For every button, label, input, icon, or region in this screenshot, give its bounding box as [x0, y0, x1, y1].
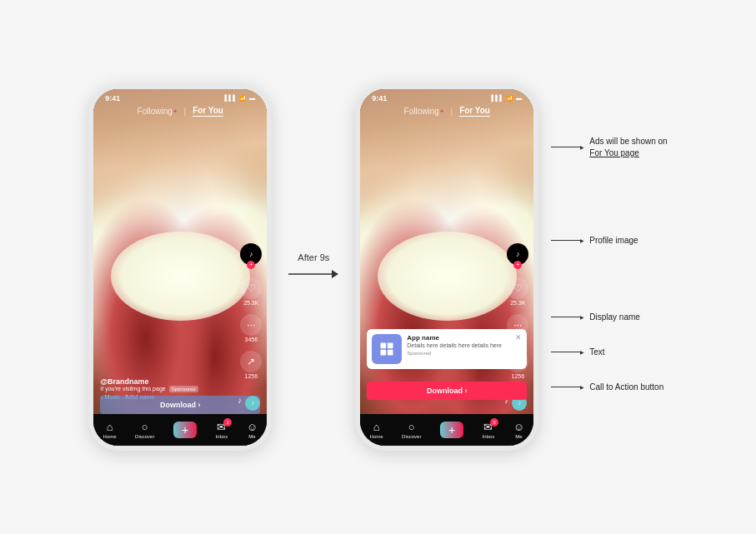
me-icon-1: ☺	[247, 421, 258, 433]
arrow-svg	[288, 266, 338, 282]
tab-foryou-1[interactable]: For You	[193, 106, 223, 117]
frosting-2	[378, 232, 516, 321]
brand-name-1: @Brandname	[100, 377, 233, 386]
download-bar-1[interactable]: Download ›	[100, 396, 260, 414]
phone-1: 9:41 ▌▌▌ 📶 ▬ Following+ | For You	[88, 84, 272, 451]
nav-create-2[interactable]: +	[440, 422, 463, 438]
share-count-2: 1256	[512, 373, 525, 379]
arrow-label: After 9s	[298, 252, 329, 262]
nav-me-1[interactable]: ☺ Me	[247, 421, 258, 439]
ads-arrow	[551, 144, 584, 150]
tab-foryou-2[interactable]: For You	[459, 106, 490, 117]
status-bar-1: 9:41 ▌▌▌ 📶 ▬	[93, 89, 267, 104]
extra-icons-1: ♪ ♪	[238, 396, 260, 411]
like-icon-2: ♡	[507, 277, 528, 299]
follow-plus-badge-2: +	[513, 261, 522, 269]
app-card: App name Details here details here detai…	[367, 329, 527, 369]
discover-icon-2: ○	[408, 421, 415, 433]
profile-action-2[interactable]: ♪ +	[507, 243, 528, 269]
create-plus-btn-1[interactable]: +	[173, 422, 197, 438]
right-panel: 9:41 ▌▌▌ 📶 ▬ Following+ | For You	[355, 84, 667, 451]
share-icon-1: ↗	[240, 351, 262, 372]
nav-inbox-1[interactable]: ✉ 3 Inbox	[216, 421, 228, 439]
status-bar-2: 9:41 ▌▌▌ 📶 ▬	[360, 89, 533, 104]
tiktok-mark: ♪	[249, 250, 253, 258]
nav-discover-1[interactable]: ○ Discover	[135, 421, 154, 439]
profile-action-1[interactable]: ♪ +	[240, 243, 262, 269]
bottom-nav-2: ⌂ Home ○ Discover + ✉ 9	[360, 414, 533, 446]
discover-icon-1: ○	[142, 421, 148, 433]
app-card-close-btn[interactable]: ✕	[515, 334, 522, 342]
svg-rect-5	[388, 349, 393, 355]
svg-rect-2	[381, 342, 387, 348]
displayname-label: Display name	[589, 312, 640, 323]
follow-plus-badge-1: +	[247, 261, 255, 269]
svg-rect-3	[388, 342, 393, 348]
annotation-text: Text	[551, 339, 667, 366]
tab-following-1[interactable]: Following+	[138, 107, 178, 116]
status-icons-2: ▌▌▌ 📶 ▬	[491, 95, 522, 102]
create-plus-btn-2[interactable]: +	[440, 422, 463, 438]
profile-label: Profile image	[589, 235, 638, 247]
comment-count-1: 3456	[245, 337, 258, 342]
app-sponsored: Sponsored	[407, 351, 510, 356]
side-actions-1: ♪ + ♡ 25.3K ··· 3456	[240, 243, 262, 379]
main-container: 9:41 ▌▌▌ 📶 ▬ Following+ | For You	[80, 76, 675, 459]
sponsored-badge-1: Sponsored	[169, 386, 198, 392]
inbox-badge-1: 3	[223, 418, 232, 427]
nav-home-2[interactable]: ⌂ Home	[370, 421, 383, 439]
svg-marker-1	[332, 270, 338, 278]
profile-arrow	[551, 237, 584, 243]
signal-icon-2: ▌▌▌	[491, 95, 503, 101]
app-icon	[372, 334, 402, 364]
sound-icon-1: ♪	[238, 396, 242, 411]
me-icon-2: ☺	[513, 421, 524, 433]
status-time-2: 9:41	[372, 94, 387, 102]
annotations-panel: Ads will be shown on For You page Profil…	[551, 134, 667, 401]
nav-tabs-1: Following+ | For You	[93, 106, 267, 117]
phone-2-screen: 9:41 ▌▌▌ 📶 ▬ Following+ | For You	[360, 89, 533, 446]
following-plus-icon-2: +	[440, 107, 444, 115]
status-icons-1: ▌▌▌ 📶 ▬	[224, 95, 255, 102]
tab-following-2[interactable]: Following+	[404, 107, 444, 116]
text-label: Text	[589, 347, 604, 358]
like-count-2: 25.3K	[510, 300, 525, 306]
like-icon-1: ♡	[240, 277, 262, 299]
download-bar-2[interactable]: Download ›	[367, 382, 527, 400]
nav-create-1[interactable]: +	[173, 422, 197, 438]
wifi-icon: 📶	[239, 95, 247, 102]
download-text-1: Download ›	[160, 401, 201, 409]
tab-divider-1: |	[184, 107, 187, 116]
nav-inbox-2[interactable]: ✉ 9 Inbox	[483, 421, 495, 439]
phone-1-screen: 9:41 ▌▌▌ 📶 ▬ Following+ | For You	[93, 89, 267, 446]
following-plus-icon: +	[173, 107, 178, 115]
signal-icon: ▌▌▌	[224, 95, 237, 101]
like-action-1[interactable]: ♡ 25.3K	[240, 277, 262, 306]
nav-me-2[interactable]: ☺ Me	[513, 421, 524, 439]
nav-discover-2[interactable]: ○ Discover	[402, 421, 421, 439]
displayname-arrow	[551, 314, 584, 320]
bottom-nav-1: ⌂ Home ○ Discover + ✉ 3 Inbox	[93, 414, 267, 446]
like-action-2[interactable]: ♡ 25.3K	[507, 277, 528, 306]
phone-2: 9:41 ▌▌▌ 📶 ▬ Following+ | For You	[355, 84, 538, 451]
battery-icon: ▬	[249, 95, 255, 101]
cta-arrow	[551, 384, 584, 390]
annotation-ads: Ads will be shown on For You page	[551, 134, 667, 161]
transition-arrow: After 9s	[288, 252, 338, 282]
share-action-1[interactable]: ↗ 1256	[240, 351, 262, 379]
tiktok-btn-1[interactable]: ♪	[245, 396, 260, 411]
tiktok-mark-2: ♪	[516, 250, 520, 258]
ads-label: Ads will be shown on For You page	[589, 136, 667, 159]
wifi-icon-2: 📶	[506, 95, 513, 102]
tab-divider-2: |	[451, 107, 453, 116]
comment-action-1[interactable]: ··· 3456	[240, 314, 262, 342]
inbox-badge-2: 9	[490, 418, 498, 427]
app-details: Details here details here details here	[407, 342, 510, 349]
download-text-2: Download ›	[427, 387, 468, 395]
home-icon-1: ⌂	[107, 421, 113, 433]
annotation-displayname: Display name	[551, 304, 667, 331]
cta-label: Call to Action button	[589, 382, 663, 393]
status-time-1: 9:41	[105, 94, 120, 102]
nav-tabs-2: Following+ | For You	[360, 106, 533, 117]
nav-home-1[interactable]: ⌂ Home	[103, 421, 117, 439]
